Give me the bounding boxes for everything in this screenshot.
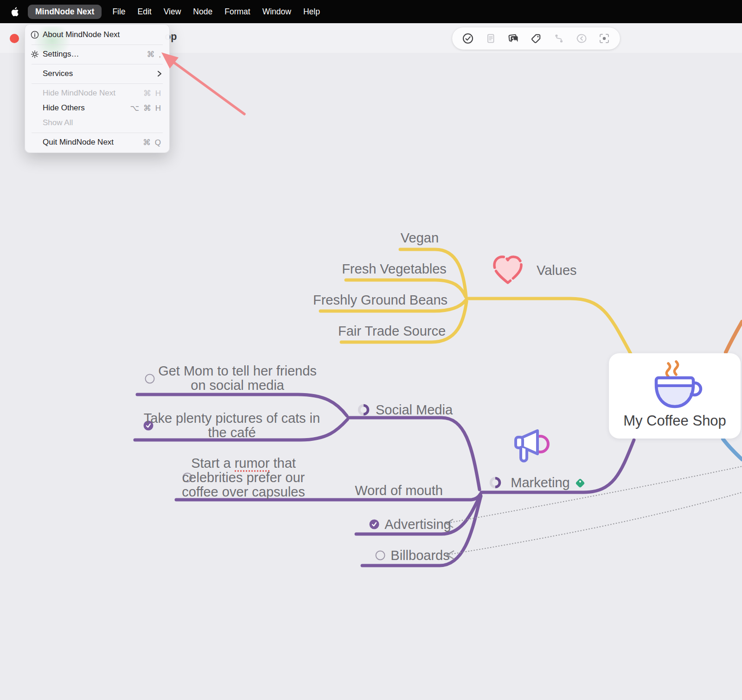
menu-item-hide-app: Hide MindNode Next ⌘ H (25, 86, 169, 101)
heart-icon (491, 253, 525, 287)
focus-icon[interactable] (598, 32, 610, 45)
menubar-item-help[interactable]: Help (297, 5, 326, 19)
node-billboards[interactable]: Billboards (390, 548, 449, 563)
images-icon[interactable] (507, 32, 519, 45)
menubar-item-node[interactable]: Node (187, 5, 218, 19)
menu-item-label: Quit MindNode Next (43, 138, 143, 147)
menu-item-quit[interactable]: Quit MindNode Next ⌘ Q (25, 135, 169, 150)
menu-item-services[interactable]: Services (25, 66, 169, 81)
info-icon (31, 31, 43, 39)
menu-item-label: Show All (43, 118, 162, 127)
menu-shortcut: ⌘ , (147, 50, 162, 59)
menubar-app-name[interactable]: MindNode Next (28, 5, 102, 19)
green-tag-icon (574, 477, 586, 490)
menubar-item-format[interactable]: Format (218, 5, 256, 19)
notes-icon[interactable] (485, 32, 497, 45)
node-freshly-ground-beans[interactable]: Freshly Ground Beans (313, 293, 448, 307)
menubar-item-file[interactable]: File (106, 5, 131, 19)
menu-item-label: Services (43, 69, 157, 78)
canvas-toolbar (452, 27, 620, 50)
node-fair-trade-source[interactable]: Fair Trade Source (338, 324, 446, 338)
root-node-label: My Coffee Shop (623, 413, 726, 429)
menubar-item-edit[interactable]: Edit (132, 5, 158, 19)
blue-branch-line (723, 439, 742, 459)
coffee-cup-icon (646, 359, 704, 413)
menu-separator (32, 83, 163, 84)
menu-shortcut: ⌘ H (143, 89, 162, 98)
close-window-button[interactable] (10, 34, 19, 43)
social-media-progress-ring (357, 403, 370, 416)
menu-separator (32, 45, 163, 45)
menu-icon-spacer (31, 119, 43, 127)
node-values[interactable]: Values (537, 263, 577, 278)
menu-icon-spacer (31, 104, 43, 112)
node-advertising[interactable]: Advertising (384, 517, 451, 532)
menu-item-label: Hide MindNode Next (43, 89, 143, 98)
task-rumor-text: Start a (191, 456, 235, 471)
menu-icon-spacer (31, 89, 43, 97)
node-marketing[interactable]: Marketing (511, 476, 569, 490)
tasks-icon[interactable] (462, 32, 474, 45)
menu-item-hide-others[interactable]: Hide Others ⌥ ⌘ H (25, 101, 169, 115)
megaphone-icon (512, 426, 552, 468)
task-cat-pictures[interactable]: Take plenty pictures of cats in the café (143, 411, 321, 440)
menu-shortcut: ⌘ Q (143, 138, 162, 147)
gear-icon (31, 50, 43, 58)
menu-separator (32, 64, 163, 64)
misspelled-word: rumor (235, 456, 270, 472)
task-get-mom[interactable]: Get Mom to tell her friends on social me… (152, 364, 323, 393)
menubar-item-window[interactable]: Window (256, 5, 297, 19)
task-checkbox-unchecked[interactable] (376, 551, 385, 560)
root-node-my-coffee-shop[interactable]: My Coffee Shop (609, 353, 741, 439)
menu-separator (32, 133, 163, 133)
marketing-progress-ring (489, 476, 502, 489)
menu-shortcut: ⌥ ⌘ H (130, 103, 162, 113)
menu-item-label: About MindNode Next (43, 30, 162, 39)
orange-branch-line (726, 322, 742, 352)
app-menu-dropdown: About MindNode Next Settings… ⌘ , Servic… (25, 24, 170, 153)
menu-item-show-all: Show All (25, 115, 169, 130)
tags-icon[interactable] (530, 32, 542, 45)
menu-item-label: Settings… (43, 50, 147, 59)
macos-menu-bar: MindNode Next File Edit View Node Format… (0, 0, 742, 23)
node-social-media[interactable]: Social Media (376, 403, 453, 417)
menu-icon-spacer (31, 138, 43, 146)
menubar-item-view[interactable]: View (158, 5, 187, 19)
task-rumor[interactable]: Start a rumor that celebrities prefer ou… (174, 456, 313, 499)
menu-icon-spacer (31, 70, 43, 78)
node-word-of-mouth[interactable]: Word of mouth (355, 484, 443, 498)
menu-item-settings[interactable]: Settings… ⌘ , (25, 47, 169, 62)
node-fresh-vegetables[interactable]: Fresh Vegetables (342, 262, 447, 276)
history-back-icon[interactable] (576, 32, 588, 45)
connections-icon[interactable] (553, 32, 565, 45)
submenu-chevron-icon (157, 70, 162, 77)
apple-logo-icon[interactable] (10, 6, 20, 18)
task-checkbox-checked[interactable] (370, 520, 379, 529)
menu-item-label: Hide Others (43, 103, 130, 113)
node-vegan[interactable]: Vegan (401, 231, 439, 245)
menu-item-about[interactable]: About MindNode Next (25, 27, 169, 42)
